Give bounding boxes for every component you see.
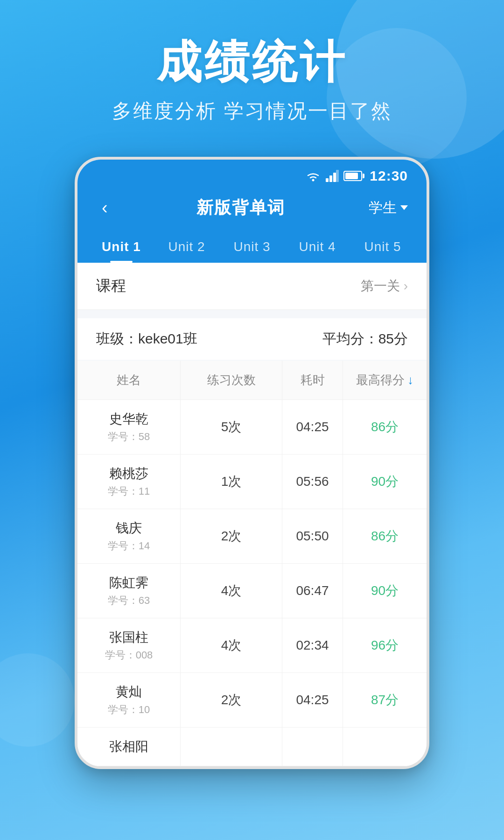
table-row: 赖桃莎 学号：11 1次 05:56 90分 bbox=[77, 455, 427, 509]
sub-title: 多维度分析 学习情况一目了然 bbox=[112, 98, 392, 124]
cell-name-6: 张相阳 bbox=[77, 728, 180, 766]
course-nav-text: 第一关 bbox=[361, 277, 400, 295]
tab-unit1[interactable]: Unit 1 bbox=[89, 229, 154, 263]
cell-practice-5: 2次 bbox=[180, 673, 282, 727]
status-bar: 12:30 bbox=[77, 160, 427, 189]
table-row: 陈虹霁 学号：63 4次 06:47 90分 bbox=[77, 564, 427, 618]
cell-score-3: 90分 bbox=[343, 564, 427, 618]
svg-rect-2 bbox=[329, 175, 332, 182]
student-label: 学生 bbox=[369, 198, 397, 217]
cell-name-4: 张国柱 学号：008 bbox=[77, 618, 180, 672]
table-row: 张国柱 学号：008 4次 02:34 96分 bbox=[77, 618, 427, 673]
sort-down-icon[interactable]: ↓ bbox=[407, 373, 413, 387]
student-name-3: 陈虹霁 bbox=[109, 574, 148, 592]
cell-practice-6 bbox=[180, 728, 282, 766]
col-header-practice: 练习次数 bbox=[180, 361, 282, 399]
student-name-1: 赖桃莎 bbox=[109, 465, 148, 483]
col-header-score: 最高得分 ↓ bbox=[343, 361, 427, 399]
battery-icon bbox=[343, 171, 362, 181]
student-id-0: 学号：58 bbox=[108, 430, 150, 444]
svg-point-0 bbox=[312, 179, 315, 181]
content-area: 课程 第一关 › 班级：keke01班 平均分：85分 姓名 练习次数 耗时 最… bbox=[77, 263, 427, 766]
cell-name-3: 陈虹霁 学号：63 bbox=[77, 564, 180, 618]
status-time: 12:30 bbox=[370, 168, 408, 184]
svg-rect-3 bbox=[333, 173, 336, 182]
student-id-1: 学号：11 bbox=[108, 484, 150, 498]
tab-unit3[interactable]: Unit 3 bbox=[219, 229, 285, 263]
cell-name-1: 赖桃莎 学号：11 bbox=[77, 455, 180, 509]
student-name-0: 史华乾 bbox=[109, 410, 148, 428]
cell-name-5: 黄灿 学号：10 bbox=[77, 673, 180, 727]
cell-practice-1: 1次 bbox=[180, 455, 282, 509]
nav-bar: ‹ 新版背单词 学生 bbox=[77, 189, 427, 229]
cell-score-0: 86分 bbox=[343, 400, 427, 454]
student-id-3: 学号：63 bbox=[108, 594, 150, 608]
student-name-5: 黄灿 bbox=[116, 683, 142, 701]
cell-time-3: 06:47 bbox=[282, 564, 343, 618]
header-section: 成绩统计 多维度分析 学习情况一目了然 bbox=[112, 37, 392, 124]
score-table: 姓名 练习次数 耗时 最高得分 ↓ 史华乾 学号：58 5次 04:25 86分 bbox=[77, 361, 427, 766]
nav-title: 新版背单词 bbox=[196, 196, 285, 219]
table-header: 姓名 练习次数 耗时 最高得分 ↓ bbox=[77, 361, 427, 400]
cell-practice-4: 4次 bbox=[180, 618, 282, 672]
col-header-name: 姓名 bbox=[77, 361, 180, 399]
cell-time-0: 04:25 bbox=[282, 400, 343, 454]
cell-score-5: 87分 bbox=[343, 673, 427, 727]
student-name-2: 钱庆 bbox=[116, 519, 142, 537]
cell-time-5: 04:25 bbox=[282, 673, 343, 727]
cell-time-4: 02:34 bbox=[282, 618, 343, 672]
student-name-4: 张国柱 bbox=[109, 629, 148, 646]
tab-unit5[interactable]: Unit 5 bbox=[350, 229, 415, 263]
cell-score-6 bbox=[343, 728, 427, 766]
cell-practice-2: 2次 bbox=[180, 509, 282, 563]
status-icons bbox=[305, 170, 362, 182]
class-info-row: 班级：keke01班 平均分：85分 bbox=[77, 318, 427, 360]
main-title: 成绩统计 bbox=[112, 37, 392, 87]
student-id-5: 学号：10 bbox=[108, 703, 150, 717]
svg-rect-4 bbox=[336, 170, 339, 182]
table-row: 黄灿 学号：10 2次 04:25 87分 bbox=[77, 673, 427, 728]
unit-tabs: Unit 1 Unit 2 Unit 3 Unit 4 Unit 5 bbox=[77, 229, 427, 263]
student-name-6: 张相阳 bbox=[109, 738, 148, 756]
chevron-right-icon: › bbox=[404, 279, 408, 294]
signal-icon bbox=[326, 170, 339, 182]
bg-circle-3 bbox=[0, 653, 75, 747]
score-header-label: 最高得分 bbox=[356, 372, 405, 388]
cell-practice-3: 4次 bbox=[180, 564, 282, 618]
phone-mockup: 12:30 ‹ 新版背单词 学生 Unit 1 Unit 2 Unit 3 Un… bbox=[75, 157, 429, 769]
cell-score-2: 86分 bbox=[343, 509, 427, 563]
wifi-icon bbox=[305, 170, 321, 182]
class-name: 班级：keke01班 bbox=[96, 329, 197, 349]
table-row: 史华乾 学号：58 5次 04:25 86分 bbox=[77, 400, 427, 455]
avg-score: 平均分：85分 bbox=[322, 329, 408, 349]
cell-time-1: 05:56 bbox=[282, 455, 343, 509]
svg-rect-1 bbox=[326, 178, 329, 182]
col-header-time: 耗时 bbox=[282, 361, 343, 399]
course-label: 课程 bbox=[96, 276, 126, 296]
table-row: 张相阳 bbox=[77, 728, 427, 766]
cell-practice-0: 5次 bbox=[180, 400, 282, 454]
student-id-2: 学号：14 bbox=[108, 539, 150, 553]
dropdown-arrow-icon bbox=[400, 205, 408, 210]
back-button[interactable]: ‹ bbox=[96, 196, 113, 220]
cell-score-1: 90分 bbox=[343, 455, 427, 509]
student-id-4: 学号：008 bbox=[105, 648, 153, 662]
cell-score-4: 96分 bbox=[343, 618, 427, 672]
course-nav[interactable]: 第一关 › bbox=[361, 277, 408, 295]
tab-unit4[interactable]: Unit 4 bbox=[285, 229, 350, 263]
tab-unit2[interactable]: Unit 2 bbox=[154, 229, 219, 263]
student-selector[interactable]: 学生 bbox=[369, 198, 408, 217]
cell-name-2: 钱庆 学号：14 bbox=[77, 509, 180, 563]
cell-time-6 bbox=[282, 728, 343, 766]
cell-time-2: 05:50 bbox=[282, 509, 343, 563]
cell-name-0: 史华乾 学号：58 bbox=[77, 400, 180, 454]
table-row: 钱庆 学号：14 2次 05:50 86分 bbox=[77, 509, 427, 564]
course-row: 课程 第一关 › bbox=[77, 263, 427, 310]
